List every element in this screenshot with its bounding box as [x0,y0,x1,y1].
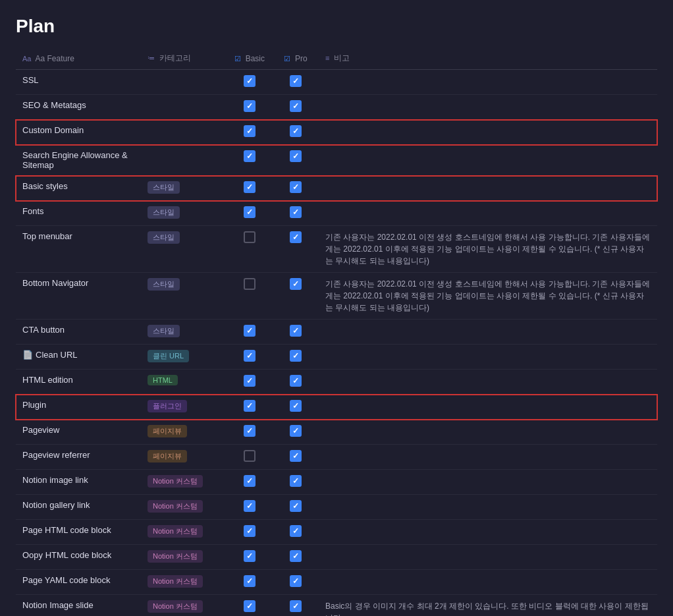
table-row: Plugin플러그인 [16,395,657,420]
pro-cell [273,226,319,273]
header-note: ≡ 비고 [319,47,657,70]
category-cell: 스타일 [141,273,227,320]
category-cell: 스타일 [141,226,227,273]
category-badge: 스타일 [148,231,180,244]
checkbox-checked [290,181,302,193]
file-icon: 📄 [22,350,33,360]
checkbox-checked [290,550,302,562]
note-cell [319,420,657,445]
checkbox-checked [244,325,256,337]
basic-cell [227,320,273,345]
category-badge: Notion 커스텀 [148,550,203,563]
note-cell [319,201,657,226]
category-cell: 페이지뷰 [141,445,227,470]
checkbox-checked [290,206,302,218]
category-cell: 클린 URL [141,345,227,370]
category-badge: Notion 커스텀 [148,575,203,588]
pro-cell [273,273,319,320]
note-cell [319,120,657,145]
checkbox-checked [290,278,302,290]
category-badge: 클린 URL [148,350,189,362]
feature-cell: 📄Clean URL [16,345,141,370]
pro-cell [273,520,319,545]
checkbox-checked [290,525,302,537]
feature-name: Top menubar [22,231,72,241]
feature-cell: Pageview [16,420,141,445]
pro-cell [273,470,319,495]
feature-name: Bottom Navigator [22,278,88,288]
checkbox-unchecked [244,231,256,243]
checkbox-checked [244,125,256,137]
note-cell [319,570,657,595]
feature-name: Notion image link [22,475,88,485]
feature-name: Page HTML code block [22,525,111,535]
pro-cell [273,345,319,370]
plan-table: Aa Aa Feature ≔ 카테고리 ☑ Basic ☑ Pro ≡ 비고 … [16,47,657,616]
table-row: Basic styles스타일 [16,176,657,201]
checkbox-checked [290,100,302,112]
table-row: SEO & Metatags [16,95,657,120]
basic-cell [227,395,273,420]
pro-cell [273,320,319,345]
basic-cell [227,201,273,226]
feature-cell: Basic styles [16,176,141,201]
feature-cell: SEO & Metatags [16,95,141,120]
category-cell: Notion 커스텀 [141,520,227,545]
category-cell [141,70,227,95]
feature-cell: Pageview referrer [16,445,141,470]
feature-name: Search Engine Allowance & Sitemap [22,150,128,170]
note-cell [319,320,657,345]
header-pro: ☑ Pro [273,47,319,70]
header-basic: ☑ Basic [227,47,273,70]
note-cell: 기존 사용자는 2022.02.01 이전 생성 호스트네임에 한해서 사용 가… [319,273,657,320]
checkbox-unchecked [244,450,256,462]
basic-cell [227,520,273,545]
table-row: Page HTML code blockNotion 커스텀 [16,520,657,545]
checkbox-checked [290,450,302,462]
feature-name: Custom Domain [22,125,84,135]
feature-name: Clean URL [36,350,78,360]
feature-cell: Oopy HTML code block [16,545,141,570]
table-row: Oopy HTML code blockNotion 커스텀 [16,545,657,570]
table-row: Page YAML code blockNotion 커스텀 [16,570,657,595]
feature-cell: Notion Image slide [16,595,141,617]
table-row: Custom Domain [16,120,657,145]
basic-cell [227,545,273,570]
checkbox-checked [244,550,256,562]
feature-cell: Search Engine Allowance & Sitemap [16,145,141,176]
table-row: Pageview referrer페이지뷰 [16,445,657,470]
category-cell [141,95,227,120]
pro-cell [273,495,319,520]
feature-name: Fonts [22,206,44,216]
feature-name: Page YAML code block [22,575,110,585]
feature-name: SSL [22,75,39,85]
category-cell: 페이지뷰 [141,420,227,445]
category-badge: 스타일 [148,278,180,291]
checkbox-checked [290,75,302,87]
category-cell [141,145,227,176]
checkbox-checked [290,375,302,387]
header-feature: Aa Aa Feature [16,47,141,70]
page-title: Plan [16,16,657,37]
category-badge: Notion 커스텀 [148,475,203,488]
feature-name: Basic styles [22,181,68,191]
checkbox-checked [244,525,256,537]
pro-cell [273,570,319,595]
checkbox-checked [290,600,302,612]
category-cell: Notion 커스텀 [141,495,227,520]
note-cell [319,70,657,95]
feature-name: SEO & Metatags [22,100,86,110]
basic-cell [227,495,273,520]
note-cell [319,520,657,545]
basic-cell [227,70,273,95]
note-cell [319,445,657,470]
checkbox-checked [290,400,302,412]
feature-name: HTML edition [22,375,73,385]
category-cell: Notion 커스텀 [141,595,227,617]
pro-cell [273,176,319,201]
feature-cell: Notion gallery link [16,495,141,520]
category-badge: HTML [148,375,178,385]
feature-cell: Page YAML code block [16,570,141,595]
checkbox-checked [290,350,302,362]
basic-cell [227,176,273,201]
